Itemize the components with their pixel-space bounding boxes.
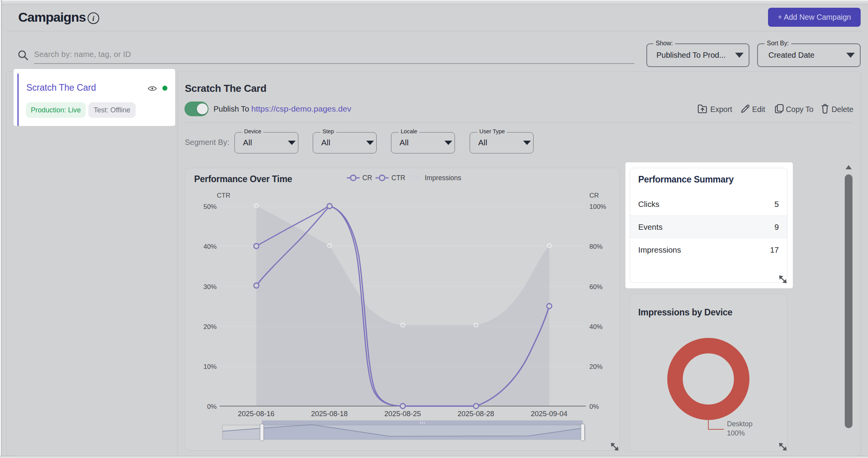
svg-text:CTR: CTR bbox=[391, 174, 405, 182]
svg-text:0%: 0% bbox=[589, 403, 599, 410]
svg-text:Impressions: Impressions bbox=[425, 174, 462, 182]
svg-text:60%: 60% bbox=[589, 283, 603, 291]
svg-text:0%: 0% bbox=[207, 403, 217, 410]
svg-text:40%: 40% bbox=[589, 323, 603, 331]
svg-text:20%: 20% bbox=[589, 363, 603, 370]
svg-text:50%: 50% bbox=[203, 203, 217, 210]
svg-text:CR: CR bbox=[362, 174, 372, 182]
svg-text:2025-09-04: 2025-09-04 bbox=[531, 410, 568, 418]
svg-text:20%: 20% bbox=[203, 323, 217, 331]
svg-text:2025-08-28: 2025-08-28 bbox=[458, 410, 494, 418]
svg-text:80%: 80% bbox=[589, 243, 603, 250]
svg-text:10%: 10% bbox=[203, 363, 217, 370]
svg-text:2025-08-18: 2025-08-18 bbox=[311, 410, 348, 418]
svg-text:CTR: CTR bbox=[217, 192, 231, 199]
svg-text:40%: 40% bbox=[203, 243, 217, 250]
svg-text:2025-08-16: 2025-08-16 bbox=[238, 410, 275, 418]
svg-text:30%: 30% bbox=[203, 283, 217, 291]
svg-text:100%: 100% bbox=[589, 203, 606, 210]
svg-text:CR: CR bbox=[589, 192, 599, 199]
svg-text:2025-08-25: 2025-08-25 bbox=[384, 410, 421, 418]
